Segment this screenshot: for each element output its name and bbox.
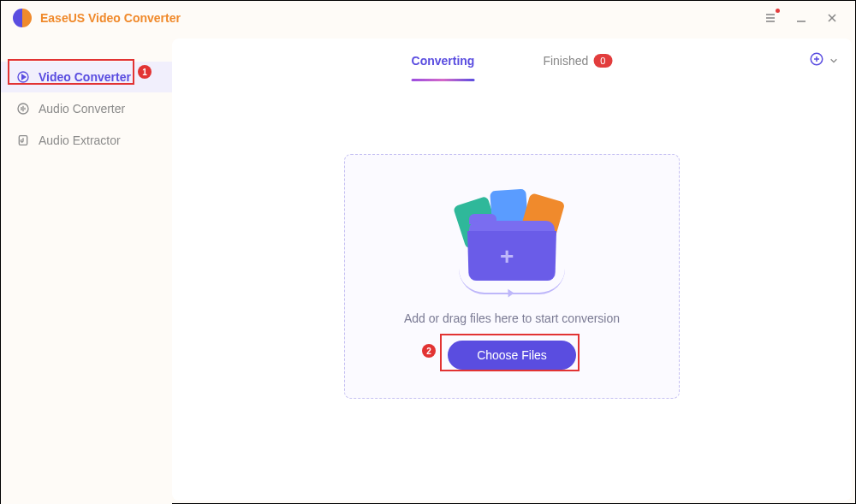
- tab-label: Converting: [412, 54, 475, 68]
- menu-button[interactable]: [759, 7, 782, 29]
- tab-converting[interactable]: Converting: [412, 54, 475, 68]
- hamburger-icon: [764, 11, 777, 25]
- app-title: EaseUS Video Converter: [40, 11, 181, 25]
- notification-dot-icon: [776, 9, 780, 13]
- dropzone-hint: Add or drag files here to start conversi…: [404, 311, 620, 325]
- sidebar-item-label: Video Converter: [39, 70, 131, 84]
- sidebar-item-audio-extractor[interactable]: Audio Extractor: [1, 125, 172, 156]
- sidebar: Video Converter Audio Converter Audio Ex…: [1, 35, 172, 504]
- sidebar-item-audio-converter[interactable]: Audio Converter: [1, 93, 172, 124]
- choose-files-button[interactable]: Choose Files: [448, 341, 576, 370]
- add-dropdown-button[interactable]: [829, 53, 838, 68]
- sidebar-item-label: Audio Converter: [39, 102, 125, 116]
- annotation-badge-1: 1: [138, 65, 152, 79]
- finished-count-badge: 0: [593, 54, 612, 68]
- svg-marker-7: [22, 74, 26, 79]
- titlebar: EaseUS Video Converter: [1, 1, 855, 35]
- dropzone[interactable]: + Add or drag files here to start conver…: [344, 154, 680, 399]
- audio-converter-icon: [16, 102, 30, 116]
- close-icon: [826, 12, 838, 24]
- add-button[interactable]: [809, 51, 824, 70]
- sidebar-item-label: Audio Extractor: [39, 133, 121, 147]
- tabs-row: Converting Finished 0: [172, 39, 852, 83]
- tab-finished[interactable]: Finished 0: [543, 54, 612, 68]
- folder-illustration-icon: +: [452, 183, 572, 294]
- tab-label: Finished: [543, 54, 588, 68]
- video-converter-icon: [16, 70, 30, 84]
- annotation-badge-2: 2: [422, 344, 436, 358]
- minimize-icon: [795, 12, 807, 24]
- audio-extractor-icon: [16, 133, 30, 147]
- close-button[interactable]: [821, 7, 843, 29]
- app-logo-icon: [13, 9, 32, 27]
- chevron-down-icon: [829, 56, 838, 65]
- plus-circle-icon: [809, 51, 824, 67]
- content-area: Converting Finished 0: [172, 39, 852, 501]
- minimize-button[interactable]: [790, 7, 812, 29]
